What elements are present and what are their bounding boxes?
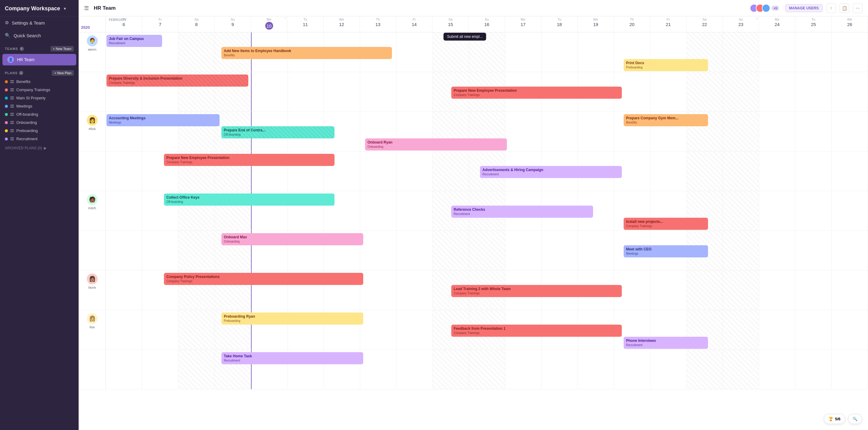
grid-cell-8[interactable] [397, 32, 433, 72]
grid-cell-0[interactable] [106, 310, 142, 349]
grid-cell-1[interactable] [142, 310, 179, 349]
sidebar-item-plan-benefits[interactable]: Benefits [0, 78, 79, 86]
grid-cell-15[interactable] [651, 72, 687, 111]
grid-cell-19[interactable] [796, 72, 832, 111]
grid-cell-13[interactable] [578, 350, 614, 389]
new-plan-button[interactable]: + New Plan [52, 70, 74, 76]
event-prepare-diversity-&-[interactable]: Prepare Diversity & Inclusion Presentati… [106, 75, 248, 87]
grid-cell-7[interactable] [360, 231, 397, 270]
sidebar-item-plan-company-trainings[interactable]: Company Trainings [0, 86, 79, 94]
menu-icon[interactable]: ☰ [84, 5, 89, 11]
grid-cell-20[interactable] [832, 350, 868, 389]
grid-cell-4[interactable] [251, 72, 288, 111]
grid-cell-0[interactable] [106, 350, 142, 389]
grid-cell-14[interactable] [614, 350, 651, 389]
sidebar-item-plan-onboarding[interactable]: Onboarding [0, 118, 79, 126]
event-onboard-max[interactable]: Onboard Max Onboarding [221, 233, 363, 245]
grid-cell-17[interactable] [723, 151, 759, 191]
event-advertisements-&-hir[interactable]: Advertisements & Hiring Campaign Recruit… [480, 166, 622, 178]
grid-cell-18[interactable] [759, 191, 796, 230]
sidebar-item-plan-main-st-property[interactable]: Main St Property [0, 94, 79, 102]
event-feedback-from-presen[interactable]: Feedback from Presentation 1 Company Tra… [451, 325, 622, 337]
grid-cell-7[interactable] [360, 350, 397, 389]
sidebar-item-plan-recruitment[interactable]: Recruitment [0, 135, 79, 143]
grid-cell-18[interactable] [759, 350, 796, 389]
event-accounting-meetings[interactable]: Accounting Meetings Meetings [106, 114, 220, 126]
grid-cell-17[interactable] [723, 32, 759, 72]
grid-cell-12[interactable] [542, 350, 578, 389]
grid-cell-19[interactable] [796, 32, 832, 72]
grid-cell-15[interactable] [651, 270, 687, 310]
grid-cell-19[interactable] [796, 151, 832, 191]
grid-cell-8[interactable] [397, 270, 433, 310]
sidebar-item-plan-meetings[interactable]: Meetings [0, 102, 79, 110]
grid-cell-11[interactable] [505, 350, 542, 389]
sidebar-item-hr-team[interactable]: 👤 HR Team [2, 54, 76, 65]
event-company-policy-prese[interactable]: Company Policy Presentations Company Tra… [164, 273, 363, 285]
manage-users-button[interactable]: MANAGE USERS [785, 4, 823, 12]
search-badge[interactable]: 🔍 [848, 414, 862, 424]
grid-cell-19[interactable] [796, 350, 832, 389]
grid-cell-12[interactable] [542, 32, 578, 72]
grid-cell-2[interactable] [179, 32, 215, 72]
grid-cell-20[interactable] [832, 32, 868, 72]
grid-cell-20[interactable] [832, 72, 868, 111]
event-add-new-items-to-emp[interactable]: Add New Items to Employee Handbook Benef… [221, 47, 392, 59]
grid-cell-7[interactable] [360, 191, 397, 230]
trophy-badge[interactable]: 🏆 5/6 [824, 414, 845, 424]
grid-cell-18[interactable] [759, 231, 796, 270]
event-prepare-end-of-contr[interactable]: Prepare End of Contra... Off-boarding [221, 126, 335, 138]
grid-cell-19[interactable] [796, 270, 832, 310]
grid-cell-9[interactable] [433, 151, 469, 191]
event-meet-with-ceo[interactable]: Meet with CEO Meetings [624, 245, 708, 257]
plans-info-icon[interactable]: i [19, 71, 23, 75]
share-button[interactable]: ↑ [826, 3, 836, 13]
grid-cell-8[interactable] [397, 191, 433, 230]
event-print-docs[interactable]: Print Docs Preboarding [624, 59, 708, 71]
grid-cell-0[interactable] [106, 231, 142, 270]
grid-cell-2[interactable] [179, 350, 215, 389]
grid-cell-18[interactable] [759, 112, 796, 151]
grid-cell-20[interactable] [832, 191, 868, 230]
grid-cell-1[interactable] [142, 231, 179, 270]
grid-cell-2[interactable] [179, 231, 215, 270]
grid-cell-15[interactable] [651, 350, 687, 389]
more-options-button[interactable]: ⋯ [853, 3, 863, 13]
grid-cell-18[interactable] [759, 270, 796, 310]
grid-cell-8[interactable] [397, 310, 433, 349]
grid-cell-19[interactable] [796, 310, 832, 349]
grid-cell-17[interactable] [723, 310, 759, 349]
grid-cell-18[interactable] [759, 310, 796, 349]
grid-cell-0[interactable] [106, 151, 142, 191]
grid-cell-20[interactable] [832, 151, 868, 191]
grid-cell-9[interactable] [433, 350, 469, 389]
grid-cell-12[interactable] [542, 231, 578, 270]
grid-cell-9[interactable] [433, 231, 469, 270]
event-reference-checks[interactable]: Reference Checks Recruitment [451, 206, 593, 218]
grid-cell-1[interactable] [142, 350, 179, 389]
grid-cell-7[interactable] [360, 151, 397, 191]
grid-cell-5[interactable] [288, 72, 324, 111]
grid-cell-2[interactable] [179, 310, 215, 349]
grid-cell-13[interactable] [578, 231, 614, 270]
sidebar-item-plan-off-boarding[interactable]: Off-boarding [0, 110, 79, 118]
calendar-container[interactable]: 2020 FEBRUARY Submit all new empl... Th6… [79, 16, 868, 430]
grid-cell-17[interactable] [723, 231, 759, 270]
teams-info-icon[interactable]: i [20, 47, 24, 51]
event-prepare-new-employee[interactable]: Prepare New Employee Presentation Compan… [451, 87, 622, 99]
grid-cell-8[interactable] [397, 231, 433, 270]
event-take-home-task[interactable]: Take Home Task Recruitment [221, 352, 363, 364]
sidebar-item-settings[interactable]: ⚙ Settings & Team [0, 16, 79, 29]
grid-cell-13[interactable] [578, 112, 614, 151]
grid-cell-19[interactable] [796, 112, 832, 151]
event-collect-office-keys[interactable]: Collect Office Keys Off-boarding [164, 194, 335, 206]
grid-cell-16[interactable] [687, 350, 723, 389]
grid-cell-18[interactable] [759, 151, 796, 191]
event-prepare-new-employee[interactable]: Prepare New Employee Presentation Compan… [164, 154, 335, 166]
grid-cell-12[interactable] [542, 112, 578, 151]
event-job-fair-on-campus[interactable]: Job Fair on Campus Recruitment [106, 35, 162, 47]
grid-cell-19[interactable] [796, 231, 832, 270]
event-prepare-company-gym-[interactable]: Prepare Company Gym Mem... Benefits [624, 114, 708, 126]
event-preboarding-ryan[interactable]: Preboarding Ryan Preboarding [221, 313, 363, 325]
notifications-button[interactable]: 📋 [840, 3, 849, 13]
